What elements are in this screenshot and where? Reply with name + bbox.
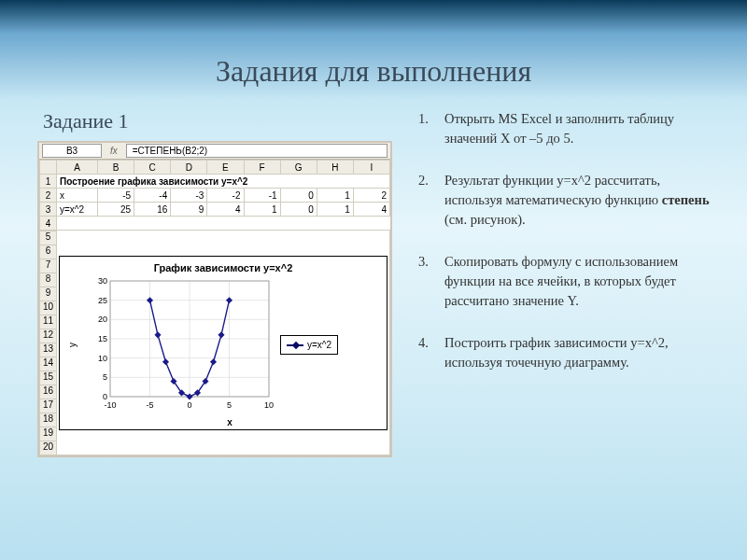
row-4: 4	[40, 217, 390, 231]
svg-rect-25	[147, 297, 153, 303]
col-header	[40, 161, 57, 175]
chart-row: 567891011121314151617181920 График завис…	[40, 231, 390, 455]
left-column: Задание 1 B3 fx =СТЕПЕНЬ(B2;2) ABCDEFGHI…	[37, 109, 392, 457]
formula-bar: B3 fx =СТЕПЕНЬ(B2;2)	[39, 143, 390, 160]
excel-screenshot: B3 fx =СТЕПЕНЬ(B2;2) ABCDEFGHI 1 Построе…	[37, 141, 392, 457]
legend-swatch	[287, 344, 303, 346]
svg-text:30: 30	[98, 276, 107, 286]
col-header: E	[207, 161, 244, 175]
svg-rect-30	[186, 393, 192, 399]
instruction-item: Скопировать формулу с использованием фун…	[418, 252, 710, 311]
svg-text:20: 20	[98, 315, 107, 324]
embedded-chart: График зависимости y=x^2 y 051015202530-…	[59, 256, 388, 430]
columns: Задание 1 B3 fx =СТЕПЕНЬ(B2;2) ABCDEFGHI…	[37, 109, 710, 457]
col-header: C	[134, 161, 171, 175]
instruction-item: Построить график зависимости y=x^2, испо…	[418, 333, 710, 372]
svg-text:-5: -5	[146, 400, 153, 410]
slide: Задания для выполнения Задание 1 B3 fx =…	[0, 0, 747, 560]
svg-text:25: 25	[98, 295, 107, 304]
formula-input: =СТЕПЕНЬ(B2;2)	[126, 144, 388, 158]
svg-text:10: 10	[98, 353, 107, 362]
task-subtitle: Задание 1	[43, 109, 392, 133]
y-axis-label: y	[65, 275, 78, 415]
svg-rect-27	[162, 358, 169, 365]
chart-plot: 051015202530-10-50510	[78, 275, 275, 415]
instruction-item: Результат функции y=x^2 рассчитать, испо…	[418, 171, 710, 230]
svg-text:-10: -10	[104, 400, 116, 410]
svg-text:0: 0	[187, 400, 191, 410]
svg-rect-35	[226, 297, 233, 303]
worksheet: ABCDEFGHI 1 Построение графика зависимос…	[39, 160, 390, 455]
legend-label: y=x^2	[307, 340, 331, 350]
row-3: 3y=x^22516941014	[40, 203, 390, 217]
name-box: B3	[42, 144, 102, 158]
chart-legend: y=x^2	[280, 335, 338, 355]
x-axis-label: x	[78, 417, 381, 427]
col-headers: ABCDEFGHI	[40, 161, 390, 175]
col-header: A	[57, 161, 98, 175]
col-header: F	[244, 161, 280, 175]
svg-rect-33	[210, 358, 217, 365]
col-header: H	[317, 161, 353, 175]
row-1: 1 Построение графика зависимости y=x^2	[40, 175, 390, 189]
instruction-item: Открыть MS Excel и заполнить таблицу зна…	[418, 109, 710, 148]
svg-text:10: 10	[264, 400, 274, 410]
svg-rect-34	[218, 331, 224, 338]
svg-text:15: 15	[98, 334, 107, 343]
instruction-list: Открыть MS Excel и заполнить таблицу зна…	[418, 109, 710, 372]
svg-text:5: 5	[103, 372, 107, 382]
col-header: B	[98, 161, 134, 175]
page-title: Задания для выполнения	[37, 54, 710, 89]
row-2: 2x-5-4-3-2-1012	[40, 189, 390, 203]
right-column: Открыть MS Excel и заполнить таблицу зна…	[418, 109, 710, 457]
svg-text:5: 5	[227, 400, 232, 410]
col-header: G	[280, 161, 317, 175]
col-header: D	[171, 161, 207, 175]
sheet-title: Построение графика зависимости y=x^2	[57, 175, 390, 189]
col-header: I	[353, 161, 389, 175]
svg-rect-26	[154, 331, 161, 338]
chart-title: График зависимости y=x^2	[65, 262, 381, 273]
fx-icon: fx	[105, 146, 123, 156]
